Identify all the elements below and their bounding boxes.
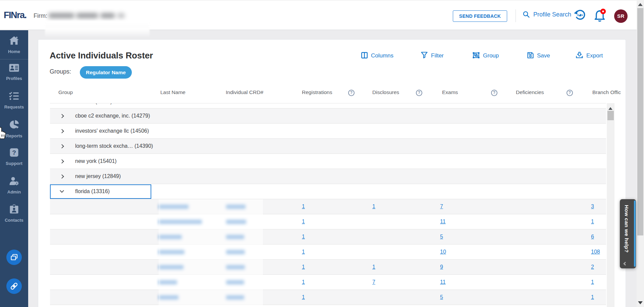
page-scrollbar-up-icon[interactable]	[638, 3, 643, 6]
registrations-link[interactable]: 1	[302, 229, 305, 244]
page-scrollbar[interactable]	[637, 0, 644, 307]
help-icon[interactable]: ?	[567, 90, 573, 96]
help-tab-label: How can we help?	[624, 205, 630, 253]
toolbar-label: Group	[483, 52, 499, 59]
firm-name-redacted	[48, 13, 74, 18]
sidebar-item-label: Profiles	[6, 76, 22, 81]
chevron-right-icon[interactable]	[60, 174, 64, 179]
branch-offices-link[interactable]: 108	[591, 245, 600, 259]
sidebar-item-label: Requests	[4, 104, 24, 109]
column-header-individual-crd-[interactable]: Individual CRD#	[226, 89, 263, 95]
table-scrollbar-up-icon[interactable]	[608, 107, 612, 110]
chevron-right-icon[interactable]	[60, 129, 64, 133]
column-header-exams[interactable]: Exams	[442, 89, 458, 95]
registrations-link[interactable]: 1	[302, 199, 305, 214]
mouse-cursor-hand	[0, 127, 6, 139]
sidebar-item-label: Home	[8, 49, 20, 54]
table-scrollbar[interactable]	[607, 103, 614, 307]
column-header-group[interactable]: Group	[58, 89, 73, 95]
group-button[interactable]: Group	[473, 51, 499, 60]
sidebar-item-admin[interactable]: Admin	[0, 177, 28, 195]
group-row-3[interactable]: long-term stock excha… (14390)	[50, 139, 606, 154]
registrations-link[interactable]: 1	[302, 290, 305, 305]
registrations-link[interactable]: 1	[302, 245, 305, 259]
disclosures-link[interactable]: 1	[372, 260, 375, 274]
notifications-bell-icon[interactable]	[592, 8, 607, 23]
group-row-4[interactable]: new york (15401)	[50, 154, 606, 169]
group-row-6[interactable]: florida (13316)	[50, 184, 606, 199]
send-feedback-button[interactable]: SEND FEEDBACK	[453, 10, 507, 22]
exams-link[interactable]: 5	[440, 290, 443, 305]
group-row-label: new jersey (12849)	[75, 169, 121, 184]
disclosures-link[interactable]: 1	[372, 199, 375, 214]
exams-link[interactable]: 9	[440, 260, 443, 274]
branch-offices-link[interactable]: 2	[591, 260, 594, 274]
table-scrollbar-thumb[interactable]	[607, 111, 614, 120]
save-button[interactable]: Save	[527, 51, 550, 60]
toolbar-label: Export	[586, 52, 603, 59]
exams-link[interactable]: 10	[440, 245, 446, 259]
user-avatar[interactable]: SR	[614, 9, 628, 23]
branch-offices-link[interactable]: 3	[591, 199, 594, 214]
individual-row-6[interactable]: 17111	[50, 275, 606, 290]
sidebar-item-contacts[interactable]: Contacts	[0, 204, 28, 223]
sidebar-nav: HomeProfilesRequestsReports?SupportAdmin…	[0, 30, 28, 307]
disclosures-link[interactable]: 7	[372, 275, 375, 290]
exams-link[interactable]: 11	[440, 214, 446, 229]
individual-row-3[interactable]: 156	[50, 229, 606, 245]
toolbar-label: Filter	[431, 52, 444, 59]
recently-viewed-icon[interactable]	[573, 8, 586, 21]
chevron-right-icon[interactable]	[60, 159, 64, 164]
individual-row-1[interactable]: 1173	[50, 199, 606, 214]
exams-link[interactable]: 5	[440, 229, 443, 244]
home-icon	[0, 36, 28, 46]
column-header-registrations[interactable]: Registrations	[302, 89, 332, 95]
column-header-deficiencies[interactable]: Deficiencies	[516, 89, 544, 95]
exams-link[interactable]: 7	[440, 199, 443, 214]
profile-search-label: Profile Search	[533, 11, 571, 18]
exams-link[interactable]: 11	[440, 275, 446, 290]
firm-name-redacted	[76, 13, 98, 18]
individual-row-2[interactable]: 1111	[50, 214, 606, 229]
group-row-5[interactable]: new jersey (12849)	[50, 169, 606, 184]
page-scrollbar-thumb[interactable]	[637, 8, 643, 235]
group-row-label: long-term stock excha… (14390)	[75, 139, 153, 154]
columns-button[interactable]: Columns	[361, 51, 393, 60]
individual-row-7[interactable]: 151	[50, 290, 606, 305]
page-scrollbar-down-icon[interactable]	[638, 301, 643, 304]
export-button[interactable]: Export	[576, 51, 603, 60]
sidebar-item-support[interactable]: ?Support	[0, 148, 28, 166]
help-icon[interactable]: ?	[348, 90, 355, 96]
group-chip-regulator-name[interactable]: Regulator Name	[80, 66, 132, 79]
branch-offices-link[interactable]: 1	[591, 290, 594, 305]
group-row-2[interactable]: investors' exchange llc (14506)	[50, 124, 606, 139]
sidebar-windows-button[interactable]	[6, 250, 22, 265]
help-icon[interactable]: ?	[491, 90, 497, 96]
profile-search[interactable]: Profile Search	[523, 11, 571, 18]
sidebar-item-home[interactable]: Home	[0, 36, 28, 54]
group-row-1[interactable]: cboe c2 exchange, inc. (14279)	[50, 108, 606, 124]
sidebar-item-profiles[interactable]: Profiles	[0, 64, 28, 81]
filter-button[interactable]: Filter	[421, 51, 444, 60]
individual-row-4[interactable]: 110108	[50, 245, 606, 260]
sidebar-link-button[interactable]	[6, 278, 22, 294]
registrations-link[interactable]: 1	[302, 214, 305, 229]
column-header-last-name[interactable]: Last Name	[160, 89, 185, 95]
help-icon[interactable]: ?	[416, 90, 422, 96]
registrations-link[interactable]: 1	[302, 260, 305, 274]
sidebar-item-requests[interactable]: Requests	[0, 92, 28, 110]
help-tab[interactable]: How can we help?	[620, 199, 636, 268]
individual-row-5[interactable]: 1192	[50, 260, 606, 275]
branch-offices-link[interactable]: 1	[591, 214, 594, 229]
column-header-branch-offic[interactable]: Branch Offic	[592, 89, 621, 95]
group-icon	[473, 52, 480, 60]
branch-offices-link[interactable]: 6	[591, 229, 594, 244]
chevron-right-icon[interactable]	[60, 144, 64, 148]
chevron-left-icon[interactable]	[623, 262, 627, 265]
branch-offices-link[interactable]: 1	[591, 275, 594, 290]
finra-logo[interactable]: FINra.	[4, 10, 27, 20]
selected-cell-outline	[50, 184, 151, 199]
registrations-link[interactable]: 1	[302, 275, 305, 290]
column-header-disclosures[interactable]: Disclosures	[372, 89, 399, 95]
chevron-right-icon[interactable]	[60, 114, 64, 118]
